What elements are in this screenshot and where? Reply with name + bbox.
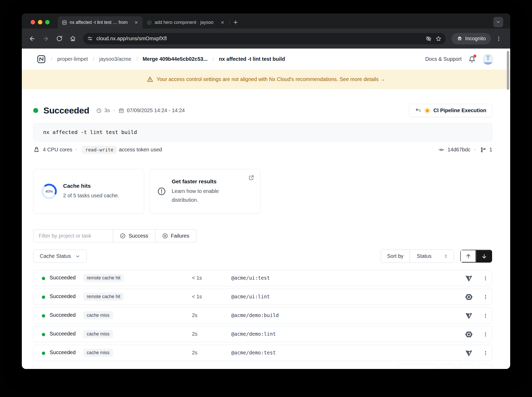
filter-failures-label: Failures — [171, 233, 189, 239]
reload-button[interactable] — [54, 33, 65, 44]
new-tab-button[interactable] — [231, 18, 240, 27]
docs-support-link[interactable]: Docs & Support — [425, 56, 462, 62]
minimize-window-button[interactable] — [38, 20, 42, 24]
access-token-suffix: access token used — [119, 147, 162, 153]
row-menu-button[interactable] — [481, 348, 490, 358]
incognito-badge[interactable]: Incognito — [451, 33, 491, 44]
status-dot — [33, 108, 38, 113]
commit-icon — [438, 147, 444, 153]
back-button[interactable] — [26, 33, 38, 44]
get-faster-results-card[interactable]: Get faster results Learn how to enable d… — [150, 169, 261, 214]
row-menu-button[interactable] — [481, 292, 490, 302]
browser-tab-active[interactable]: nx affected -t lint test … from — [58, 16, 143, 29]
filter-input[interactable] — [33, 229, 113, 242]
close-window-button[interactable] — [31, 20, 35, 24]
maximize-window-button[interactable] — [45, 20, 50, 24]
external-link-icon[interactable] — [248, 174, 255, 181]
controls-row: Cache Status Sort by Status — [33, 250, 492, 263]
cache-status-dropdown[interactable]: Cache Status — [33, 250, 87, 263]
row-menu-button[interactable] — [481, 274, 490, 283]
breadcrumb-separator: / — [136, 56, 138, 62]
task-duration: 2s — [192, 350, 197, 356]
branch-count: 1 — [489, 147, 492, 153]
task-row[interactable]: Succeeded cache miss 2s @acme/demo:lint — [33, 326, 492, 342]
commit-hash[interactable]: 14d67bdc — [448, 147, 470, 153]
pagination-button[interactable] — [397, 364, 436, 369]
breadcrumb: / proper-limpet / jaysoo3/acme / Merge 4… — [37, 55, 285, 64]
filter-success-button[interactable]: Success — [113, 229, 155, 242]
task-duration: 2s — [192, 331, 197, 337]
sort-ascending-button[interactable] — [460, 250, 476, 263]
incognito-label: Incognito — [465, 36, 486, 42]
url-bar[interactable]: cloud.nx.app/runs/smOmxpfXfl — [83, 33, 446, 44]
task-duration: 2s — [192, 312, 197, 318]
breadcrumb-workspace[interactable]: proper-limpet — [57, 56, 88, 62]
cache-badge: cache miss — [83, 330, 113, 338]
browser-menu-button[interactable] — [493, 33, 504, 44]
task-status: Succeeded — [50, 331, 76, 337]
site-settings-icon[interactable] — [87, 36, 93, 41]
breadcrumb-pipeline[interactable]: Merge 409b44e5cb02c53... — [143, 56, 208, 62]
breadcrumb-separator: / — [93, 56, 94, 62]
status-dot — [42, 352, 45, 355]
forward-button[interactable] — [40, 33, 51, 44]
select-chevrons-icon — [443, 254, 448, 259]
breadcrumb-repo[interactable]: jaysoo3/acme — [99, 56, 131, 62]
tab-strip: nx affected -t lint test … from add hero… — [22, 14, 510, 29]
pagination-button[interactable] — [458, 364, 474, 369]
nx-logo-icon[interactable] — [37, 55, 46, 64]
sort-control: Sort by Status — [381, 250, 454, 263]
framework-icon — [465, 312, 473, 319]
faster-card-subtitle: Learn how to enable distribution. — [172, 187, 231, 204]
faster-card-title: Get faster results — [172, 178, 231, 185]
task-row[interactable]: Succeeded cache miss 2s @acme/demo:test — [33, 345, 492, 361]
undo-arrow-icon — [415, 107, 421, 113]
browser-tab-inactive[interactable]: add hero component · jaysoo — [143, 16, 229, 29]
access-token-badge: read-write — [82, 146, 116, 153]
warning-triangle-icon — [147, 76, 153, 83]
url-text: cloud.nx.app/runs/smOmxpfXfl — [96, 36, 422, 42]
task-status: Succeeded — [50, 312, 76, 318]
tab-search-button[interactable] — [493, 17, 503, 27]
task-duration: < 1s — [192, 294, 202, 300]
scrollbar-thumb[interactable] — [507, 51, 509, 90]
tab-divider — [229, 19, 230, 25]
task-row[interactable]: Succeeded cache miss 2s @acme/demo:build — [33, 307, 492, 324]
eye-off-icon[interactable] — [425, 36, 432, 42]
close-tab-icon[interactable] — [220, 20, 225, 25]
arrow-up-icon — [465, 253, 471, 259]
bookmark-star-icon[interactable] — [435, 36, 442, 42]
warning-banner[interactable]: Your access control settings are not ali… — [22, 70, 510, 89]
task-row[interactable]: Succeeded remote cache hit < 1s @acme/ui… — [33, 289, 492, 305]
pagination-button[interactable] — [440, 364, 455, 369]
exclamation-circle-icon — [157, 187, 166, 196]
filter-success-label: Success — [129, 233, 148, 239]
run-duration: 3s — [104, 107, 110, 113]
notifications-button[interactable] — [468, 56, 476, 63]
run-meta-row: 4 CPU cores read-write access token used… — [33, 146, 492, 153]
arrow-down-icon — [481, 253, 487, 259]
task-row[interactable]: Succeeded remote cache hit < 1s @acme/ui… — [33, 270, 492, 286]
cache-percent-label: 40% — [41, 183, 57, 200]
ci-pipeline-execution-button[interactable]: CI Pipeline Execution — [409, 104, 492, 117]
breadcrumb-separator: / — [212, 56, 214, 62]
row-menu-button[interactable] — [481, 311, 490, 320]
pagination-button[interactable] — [477, 364, 492, 369]
task-name: @acme/ui:test — [231, 275, 270, 281]
cache-hits-card: 40% Cache hits 2 of 5 tasks used cache. — [33, 169, 144, 214]
home-button[interactable] — [67, 33, 78, 44]
status-dot — [42, 277, 45, 280]
status-dot — [42, 295, 45, 299]
breadcrumb-run[interactable]: nx affected -t lint test build — [219, 56, 285, 62]
task-status: Succeeded — [50, 293, 76, 299]
status-dot — [42, 314, 45, 318]
avatar[interactable]: T — [482, 53, 494, 65]
filter-failures-button[interactable]: Failures — [155, 229, 196, 242]
avatar-letter: T — [482, 54, 494, 62]
close-tab-icon[interactable] — [133, 20, 139, 25]
row-menu-button[interactable] — [481, 330, 490, 339]
run-page: Succeeded 3s 07/09/2025 14:24 - 14:24 — [22, 89, 510, 369]
sort-descending-button[interactable] — [476, 250, 492, 263]
warning-message[interactable]: Your access control settings are not ali… — [157, 76, 385, 82]
sort-select[interactable]: Status — [410, 250, 454, 263]
